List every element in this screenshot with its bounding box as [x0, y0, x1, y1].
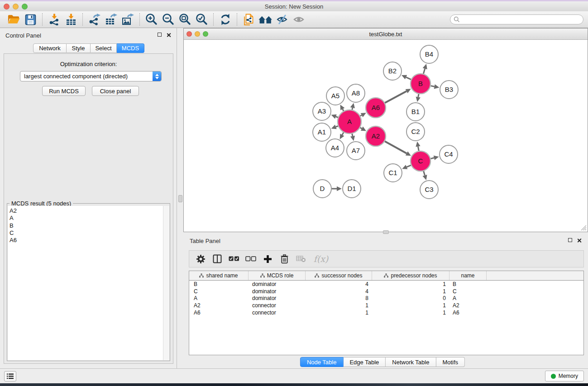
network-window-titlebar[interactable]: testGlobe.txt [184, 29, 588, 40]
graph-node-B[interactable]: B [411, 74, 430, 94]
app-titlebar[interactable]: Session: New Session [0, 1, 588, 11]
graph-node-A4[interactable]: A4 [326, 139, 344, 157]
graph-node-C3[interactable]: C3 [420, 181, 438, 199]
search-input[interactable] [460, 15, 583, 24]
graph-edge[interactable] [360, 128, 362, 129]
tab-node-table[interactable]: Node Table [300, 357, 344, 367]
graph-edge[interactable] [424, 171, 425, 175]
graph-node-C[interactable]: C [411, 151, 430, 171]
graph-node-A[interactable]: A [338, 110, 361, 133]
graph-edge[interactable] [423, 69, 425, 74]
result-item[interactable]: A2 [10, 207, 163, 214]
graph-node-A6[interactable]: A6 [366, 98, 386, 118]
run-mcds-button[interactable]: Run MCDS [42, 86, 86, 96]
table-row[interactable]: A2connector11A2 [189, 302, 583, 309]
tab-select[interactable]: Select [91, 43, 117, 53]
function-builder-button[interactable]: f(x) [311, 252, 331, 266]
graph-edge[interactable] [352, 108, 353, 110]
graph-edge[interactable] [385, 141, 406, 153]
zoom-out-button[interactable] [160, 12, 177, 27]
table-row[interactable]: Cdominator41C [189, 288, 583, 295]
graph-edge[interactable] [336, 126, 338, 127]
delete-column-button[interactable] [277, 252, 291, 266]
close-panel-icon[interactable] [166, 33, 171, 38]
graph-node-A7[interactable]: A7 [347, 142, 365, 160]
result-item[interactable]: A [10, 214, 163, 222]
graph-node-B3[interactable]: B3 [440, 81, 458, 99]
horizontal-split-handle[interactable] [383, 230, 389, 234]
export-network-button[interactable] [86, 12, 103, 27]
mcds-result-list[interactable]: A2ABCA6 [8, 206, 163, 360]
tab-network-table[interactable]: Network Table [386, 357, 436, 367]
tab-motifs[interactable]: Motifs [436, 357, 465, 367]
select-all-rows-button[interactable] [227, 252, 241, 266]
column-header-mcds-role[interactable]: MCDS role [249, 271, 306, 280]
table-row[interactable]: A6connector11A6 [189, 309, 583, 316]
graph-edge[interactable] [418, 147, 419, 151]
graph-edge[interactable] [343, 109, 344, 111]
zoom-in-button[interactable] [143, 12, 160, 27]
vertical-split-handle[interactable] [178, 195, 182, 202]
import-network-button[interactable] [46, 12, 62, 27]
graph-edge[interactable] [430, 158, 434, 159]
graph-edge[interactable] [418, 94, 419, 97]
table-settings-button[interactable] [194, 252, 207, 266]
global-search-field[interactable] [450, 14, 583, 24]
table-row[interactable]: Bdominator41B [189, 281, 583, 288]
resize-grip-icon[interactable] [580, 224, 587, 231]
graph-edge[interactable] [385, 91, 406, 103]
graph-node-A8[interactable]: A8 [347, 84, 365, 102]
show-task-history-button[interactable] [4, 371, 16, 381]
criterion-dropdown[interactable]: largest connected component (directed) [20, 71, 162, 81]
graph-edge[interactable] [342, 133, 344, 135]
import-table-button[interactable] [62, 12, 79, 27]
graph-edge[interactable] [336, 117, 338, 118]
zoom-selected-button[interactable] [193, 12, 210, 27]
hide-selected-button[interactable] [274, 12, 291, 27]
tab-edge-table[interactable]: Edge Table [343, 357, 386, 367]
tab-mcds[interactable]: MCDS [117, 43, 144, 53]
graph-edge[interactable] [431, 86, 435, 87]
graph-node-A3[interactable]: A3 [313, 102, 331, 120]
graph-node-C1[interactable]: C1 [384, 164, 402, 182]
result-item[interactable]: B [10, 222, 163, 229]
graph-edge[interactable] [406, 165, 411, 167]
graph-node-A1[interactable]: A1 [313, 123, 331, 141]
close-table-panel-icon[interactable] [577, 238, 582, 243]
graph-edge[interactable] [406, 77, 411, 80]
export-table-button[interactable] [103, 12, 120, 27]
export-image-button[interactable] [120, 12, 136, 27]
memory-button[interactable]: Memory [545, 371, 584, 381]
deselect-all-rows-button[interactable] [244, 252, 258, 266]
add-column-button[interactable] [261, 252, 274, 266]
network-graph[interactable]: B4B2BB3A5A8A6A3B1AA1C2A2A4A7C4CC1C3DD1 [184, 40, 588, 232]
tab-style[interactable]: Style [67, 43, 91, 53]
graph-node-A5[interactable]: A5 [326, 87, 344, 105]
float-table-panel-icon[interactable] [568, 238, 572, 242]
graph-edge[interactable] [360, 115, 362, 116]
column-header-predecessor-nodes[interactable]: predecessor nodes [372, 271, 449, 280]
graph-node-D[interactable]: D [313, 180, 331, 198]
column-header-shared-name[interactable]: shared name [189, 271, 249, 280]
float-panel-icon[interactable] [158, 33, 162, 37]
zoom-fit-button[interactable] [177, 12, 193, 27]
graph-node-B2[interactable]: B2 [383, 62, 402, 80]
result-item[interactable]: A6 [10, 237, 163, 244]
new-network-from-file-button[interactable] [240, 12, 257, 27]
graph-edge[interactable] [352, 133, 353, 136]
graph-node-B4[interactable]: B4 [420, 45, 438, 63]
result-list-scrollbar[interactable] [163, 206, 169, 360]
open-session-button[interactable] [5, 12, 22, 27]
graph-node-D1[interactable]: D1 [343, 180, 361, 198]
tab-network[interactable]: Network [33, 43, 67, 53]
delete-table-button[interactable] [294, 252, 308, 266]
save-session-button[interactable] [22, 12, 39, 27]
graph-node-C2[interactable]: C2 [406, 123, 425, 141]
column-header-successor-nodes[interactable]: successor nodes [306, 271, 372, 280]
graph-node-A2[interactable]: A2 [366, 126, 386, 146]
table-row[interactable]: Adominator80A [189, 295, 583, 302]
first-neighbors-button[interactable] [257, 12, 274, 27]
graph-node-B1[interactable]: B1 [406, 103, 425, 121]
column-header-name[interactable]: name [449, 271, 487, 280]
result-item[interactable]: C [10, 229, 163, 237]
